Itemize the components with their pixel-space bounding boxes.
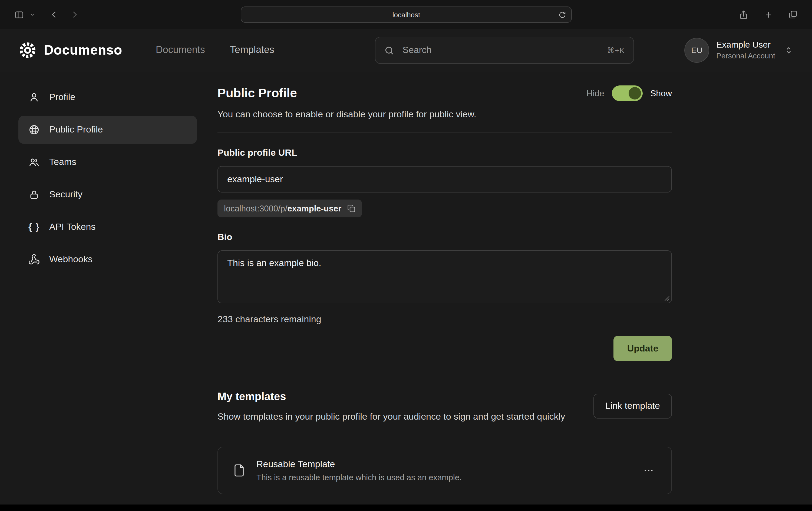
template-description: This is a reusable template which is use…: [256, 473, 462, 482]
sidebar-item-label: Security: [49, 189, 83, 200]
hide-label: Hide: [586, 88, 604, 98]
sidebar-item-label: Webhooks: [49, 254, 92, 265]
brand[interactable]: Documenso: [19, 41, 122, 59]
divider: [218, 132, 672, 133]
update-button[interactable]: Update: [614, 336, 672, 361]
sidebar-item-api-tokens[interactable]: { } API Tokens: [19, 213, 197, 241]
user-info: Example User Personal Account: [716, 40, 775, 60]
window-bottom-edge: [0, 505, 812, 511]
search-shortcut: ⌘+K: [607, 46, 625, 55]
characters-remaining: 233 characters remaining: [218, 314, 672, 325]
bio-label: Bio: [218, 232, 672, 243]
settings-content: Public Profile Hide Show You can choose …: [218, 83, 672, 505]
plus-icon: [764, 10, 773, 19]
user-account-type: Personal Account: [716, 51, 775, 60]
share-icon: [738, 9, 749, 20]
sidebar-item-label: Teams: [49, 157, 76, 168]
search-icon: [384, 45, 395, 55]
ellipsis-icon: [643, 465, 654, 476]
nav-documents[interactable]: Documents: [156, 44, 205, 56]
users-icon: [28, 156, 40, 168]
sidebar-item-label: Public Profile: [49, 124, 103, 135]
new-tab-button[interactable]: [762, 8, 775, 21]
refresh-button[interactable]: [558, 11, 567, 19]
browser-chrome: localhost: [0, 0, 812, 29]
templates-head-text: My templates Show templates in your publ…: [218, 390, 565, 424]
back-button[interactable]: [47, 7, 61, 22]
copy-url-button[interactable]: [347, 204, 355, 212]
tabs-icon: [788, 10, 798, 20]
user-menu[interactable]: EU Example User Personal Account: [684, 37, 793, 62]
screen: localhost Documenso Do: [0, 0, 812, 511]
page-description: You can choose to enable or disable your…: [218, 109, 672, 120]
bio-textarea[interactable]: This is an example bio.: [218, 250, 672, 303]
browser-window: localhost Documenso Do: [0, 0, 812, 511]
template-card[interactable]: Reusable Template This is a reusable tem…: [218, 447, 672, 494]
brand-name: Documenso: [44, 42, 122, 58]
person-icon: [28, 91, 40, 103]
update-row: Update: [218, 336, 672, 361]
templates-head: My templates Show templates in your publ…: [218, 390, 672, 424]
templates-title: My templates: [218, 390, 565, 403]
address-bar[interactable]: localhost: [241, 6, 572, 23]
sidebar-toggle-button[interactable]: [12, 7, 27, 22]
refresh-icon: [558, 11, 567, 19]
app-header: Documenso Documents Templates ⌘+K EU Exa…: [0, 29, 812, 71]
chevrons-up-down-icon: [784, 45, 793, 55]
main-nav: Documents Templates: [156, 44, 274, 56]
public-url-preview: localhost:3000/p/example-user: [218, 200, 362, 217]
global-search[interactable]: ⌘+K: [375, 37, 634, 64]
chrome-nav-controls: [12, 7, 82, 22]
page-title: Public Profile: [218, 86, 297, 100]
sidebar-item-security[interactable]: Security: [19, 181, 197, 209]
sidebar-item-label: Profile: [49, 92, 75, 103]
template-info: Reusable Template This is a reusable tem…: [256, 459, 462, 482]
sidebar-menu-button[interactable]: [30, 10, 37, 20]
lock-icon: [28, 189, 40, 201]
bio-wrap: This is an example bio.: [218, 243, 672, 305]
globe-icon: [28, 124, 40, 136]
profile-visibility-control: Hide Show: [586, 85, 672, 101]
share-button[interactable]: [736, 7, 751, 22]
public-url-base: localhost:3000/p/example-user: [224, 204, 341, 213]
profile-url-label: Public profile URL: [218, 148, 672, 158]
chrome-window-controls: [736, 7, 800, 22]
template-name: Reusable Template: [256, 459, 462, 470]
chevron-right-icon: [70, 10, 80, 20]
documenso-logo-icon: [19, 41, 37, 59]
webhook-icon: [28, 253, 40, 266]
template-menu-button[interactable]: [640, 462, 657, 479]
sidebar-item-webhooks[interactable]: Webhooks: [19, 245, 197, 274]
copy-icon: [347, 204, 355, 212]
avatar: EU: [684, 37, 709, 62]
profile-url-input[interactable]: [218, 166, 672, 192]
my-templates-section: My templates Show templates in your publ…: [218, 390, 672, 494]
page-head: Public Profile Hide Show: [218, 85, 672, 101]
url-text: localhost: [393, 10, 420, 19]
templates-description: Show templates in your public profile fo…: [218, 410, 565, 424]
sidebar-item-profile[interactable]: Profile: [19, 83, 197, 111]
tab-overview-button[interactable]: [786, 7, 800, 22]
toggle-knob: [629, 87, 641, 99]
link-template-button[interactable]: Link template: [593, 394, 672, 419]
avatar-initials: EU: [691, 46, 702, 55]
search-input[interactable]: [401, 44, 600, 56]
sidebar-item-teams[interactable]: Teams: [19, 148, 197, 176]
chevron-down-icon: [30, 12, 35, 17]
workspace: Profile Public Profile Teams Security { …: [0, 71, 812, 505]
show-label: Show: [650, 88, 672, 98]
sidebar-item-public-profile[interactable]: Public Profile: [19, 116, 197, 144]
nav-templates[interactable]: Templates: [230, 44, 274, 56]
settings-nav: Profile Public Profile Teams Security { …: [19, 83, 197, 505]
user-name: Example User: [716, 40, 775, 50]
sidebar-item-label: API Tokens: [49, 222, 95, 233]
chevron-left-icon: [49, 10, 59, 20]
braces-icon: { }: [28, 222, 40, 233]
file-icon: [232, 464, 246, 478]
public-url-slug: example-user: [287, 204, 341, 213]
public-url-base-text: localhost:3000/p/: [224, 204, 287, 213]
sidebar-panel-icon: [14, 9, 24, 20]
forward-button[interactable]: [68, 7, 82, 22]
visibility-toggle[interactable]: [612, 85, 643, 101]
